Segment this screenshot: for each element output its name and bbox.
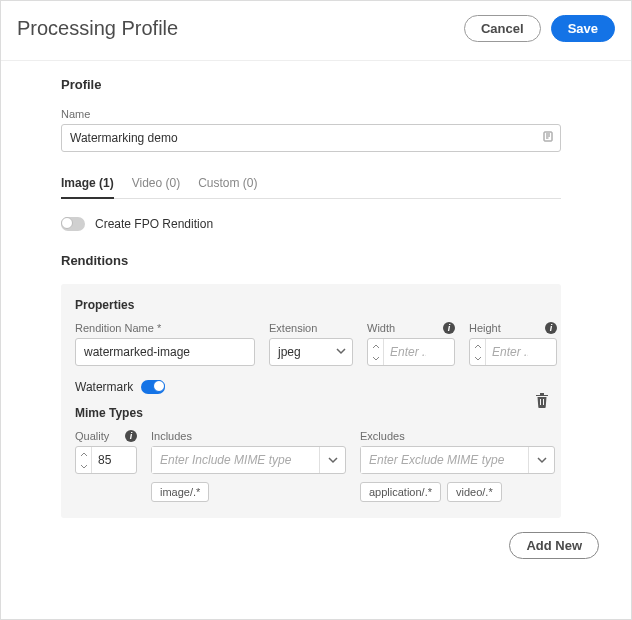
add-new-row: Add New <box>61 532 615 559</box>
quality-field: Quality i <box>75 430 137 502</box>
quality-input[interactable] <box>92 447 128 473</box>
page-title: Processing Profile <box>17 17 178 40</box>
rendition-card: Properties Rendition Name * Extension jp… <box>61 284 561 518</box>
excludes-input[interactable] <box>361 447 528 473</box>
content-area: Profile Name Image (1) Video (0) Custom … <box>1 61 631 559</box>
extension-label: Extension <box>269 322 353 334</box>
dialog: Processing Profile Cancel Save Profile N… <box>0 0 632 620</box>
width-input[interactable] <box>384 339 432 365</box>
excludes-chips: application/.* video/.* <box>360 482 555 502</box>
includes-chips: image/.* <box>151 482 346 502</box>
height-step-up[interactable] <box>470 339 485 352</box>
mime-types-heading: Mime Types <box>75 406 547 420</box>
height-label: Height <box>469 322 501 334</box>
width-label: Width <box>367 322 395 334</box>
rendition-name-field: Rendition Name * <box>75 322 255 366</box>
chip-exclude-application[interactable]: application/.* <box>360 482 441 502</box>
width-step-up[interactable] <box>368 339 383 352</box>
properties-row: Rendition Name * Extension jpeg <box>75 322 547 366</box>
quality-label: Quality <box>75 430 109 442</box>
extension-value: jpeg <box>278 345 301 359</box>
excludes-dropdown-button[interactable] <box>528 447 554 473</box>
mime-row: Quality i Includes <box>75 430 547 502</box>
profile-name-label: Name <box>61 108 615 120</box>
width-step-down[interactable] <box>368 352 383 365</box>
height-step-down[interactable] <box>470 352 485 365</box>
fpo-switch-row: Create FPO Rendition <box>61 217 615 231</box>
cancel-button[interactable]: Cancel <box>464 15 541 42</box>
includes-select <box>151 446 346 474</box>
chevron-down-icon <box>336 345 346 359</box>
includes-field: Includes image/.* <box>151 430 346 502</box>
includes-input[interactable] <box>152 447 319 473</box>
quality-step-up[interactable] <box>76 447 91 460</box>
chip-include-image[interactable]: image/.* <box>151 482 209 502</box>
info-icon[interactable]: i <box>443 322 455 334</box>
tab-image[interactable]: Image (1) <box>61 170 114 198</box>
extension-field: Extension jpeg <box>269 322 353 366</box>
quality-stepper <box>75 446 137 474</box>
chevron-down-icon <box>328 455 338 465</box>
includes-label: Includes <box>151 430 346 442</box>
width-field: Width i <box>367 322 455 366</box>
rendition-name-label: Rendition Name * <box>75 322 255 334</box>
excludes-select <box>360 446 555 474</box>
chevron-down-icon <box>537 455 547 465</box>
profile-name-field: Name <box>61 108 615 152</box>
height-stepper-arrows <box>470 339 486 365</box>
height-stepper <box>469 338 557 366</box>
watermark-label: Watermark <box>75 380 133 394</box>
dialog-header: Processing Profile Cancel Save <box>1 1 631 61</box>
renditions-section-heading: Renditions <box>61 253 615 268</box>
profile-name-input-wrap <box>61 124 561 152</box>
width-stepper-arrows <box>368 339 384 365</box>
rendition-name-input-wrap <box>75 338 255 366</box>
tabs: Image (1) Video (0) Custom (0) <box>61 170 561 199</box>
add-new-button[interactable]: Add New <box>509 532 599 559</box>
excludes-field: Excludes application/.* video/.* <box>360 430 555 502</box>
tab-custom[interactable]: Custom (0) <box>198 170 257 198</box>
properties-heading: Properties <box>75 298 547 312</box>
quality-stepper-arrows <box>76 447 92 473</box>
tab-video[interactable]: Video (0) <box>132 170 180 198</box>
width-stepper <box>367 338 455 366</box>
info-icon[interactable]: i <box>545 322 557 334</box>
trash-icon <box>535 392 549 408</box>
watermark-toggle[interactable] <box>141 380 165 394</box>
header-actions: Cancel Save <box>464 15 615 42</box>
extension-select[interactable]: jpeg <box>269 338 353 366</box>
quality-step-down[interactable] <box>76 460 91 473</box>
profile-section-heading: Profile <box>61 77 615 92</box>
save-button[interactable]: Save <box>551 15 615 42</box>
fpo-label: Create FPO Rendition <box>95 217 213 231</box>
fpo-toggle[interactable] <box>61 217 85 231</box>
info-icon[interactable]: i <box>125 430 137 442</box>
svg-rect-1 <box>540 399 541 405</box>
rendition-name-input[interactable] <box>76 339 254 365</box>
watermark-row: Watermark <box>75 380 547 394</box>
chip-exclude-video[interactable]: video/.* <box>447 482 502 502</box>
svg-rect-2 <box>543 399 544 405</box>
excludes-label: Excludes <box>360 430 555 442</box>
height-field: Height i <box>469 322 557 366</box>
delete-rendition-button[interactable] <box>535 392 549 411</box>
height-input[interactable] <box>486 339 534 365</box>
profile-name-tag-icon <box>542 131 554 146</box>
profile-name-input[interactable] <box>62 125 560 151</box>
includes-dropdown-button[interactable] <box>319 447 345 473</box>
